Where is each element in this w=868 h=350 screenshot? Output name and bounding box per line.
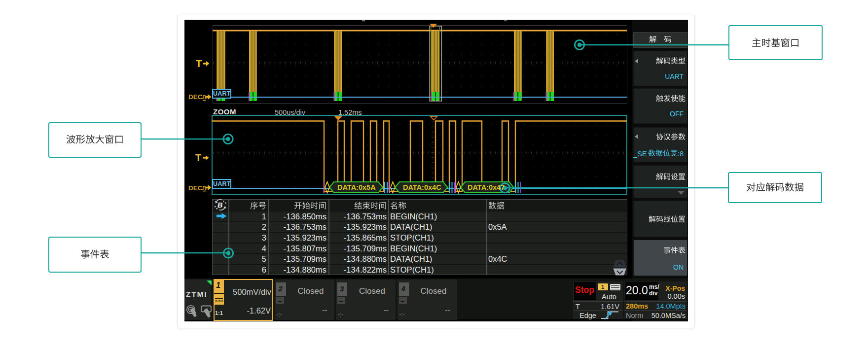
svg-text:B: B xyxy=(217,201,222,209)
